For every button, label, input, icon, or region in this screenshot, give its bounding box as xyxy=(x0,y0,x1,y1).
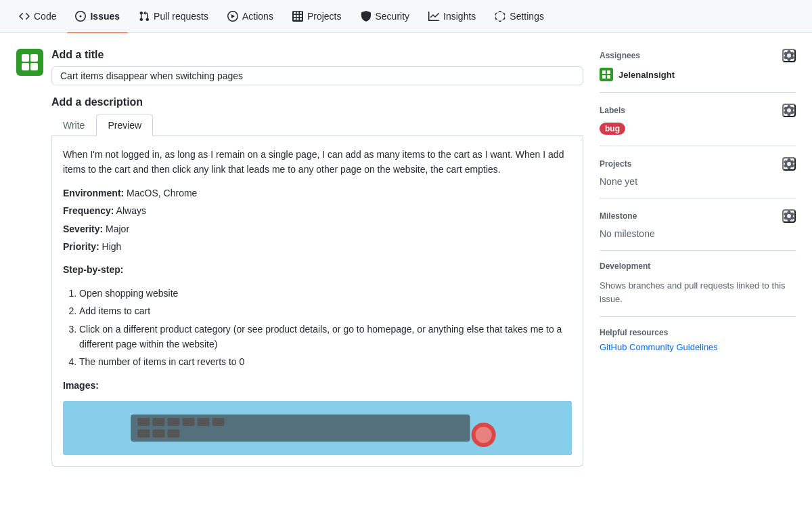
security-icon xyxy=(361,11,371,22)
left-column: Add a title Add a description Write Prev… xyxy=(16,49,583,467)
nav-item-projects[interactable]: Projects xyxy=(284,5,350,27)
settings-nav-icon xyxy=(495,11,505,22)
milestone-gear-button[interactable] xyxy=(782,209,796,223)
steps-section: Step-by-step: Open shopping website Add … xyxy=(63,262,572,369)
meta-severity: Severity: Major xyxy=(63,221,572,236)
nav-item-settings[interactable]: Settings xyxy=(487,5,552,27)
priority-value: High xyxy=(99,241,122,252)
issue-title-label: Add a title xyxy=(51,49,583,61)
issue-header: Add a title xyxy=(16,49,583,85)
environment-value: MacOS, Chrome xyxy=(124,188,197,198)
svg-rect-8 xyxy=(167,418,179,426)
milestone-title: Milestone xyxy=(600,211,637,221)
meta-frequency: Frequency: Always xyxy=(63,203,572,218)
svg-rect-6 xyxy=(137,418,150,426)
projects-gear-icon xyxy=(784,158,794,169)
description-label: Add a description xyxy=(51,96,583,108)
meta-block: Environment: MacOS, Chrome Frequency: Al… xyxy=(63,186,572,255)
severity-label: Severity: xyxy=(63,224,103,234)
helpful-section: Helpful resources GitHub Community Guide… xyxy=(600,317,796,363)
projects-gear-button[interactable] xyxy=(782,157,796,171)
milestone-gear-icon xyxy=(784,211,794,221)
preview-content: When I'm not logged in, as long as I rem… xyxy=(51,136,583,467)
frequency-label: Frequency: xyxy=(63,205,114,216)
top-nav: Code Issues Pull requests Actions xyxy=(0,0,812,33)
bug-label-badge: bug xyxy=(600,123,625,135)
development-title: Development xyxy=(600,261,650,271)
svg-rect-2 xyxy=(22,63,29,70)
priority-label: Priority: xyxy=(63,241,99,252)
avatar-logo xyxy=(20,53,39,72)
assignees-gear-button[interactable] xyxy=(782,49,796,62)
nav-item-insights[interactable]: Insights xyxy=(420,5,484,27)
tab-write[interactable]: Write xyxy=(51,114,96,136)
issues-icon xyxy=(75,11,86,22)
development-text: Shows branches and pull requests linked … xyxy=(600,279,796,305)
development-header: Development xyxy=(600,261,796,274)
assignees-header: Assignees xyxy=(600,49,796,62)
projects-section: Projects None yet xyxy=(600,146,796,198)
nav-label-projects: Projects xyxy=(307,11,342,22)
step-4: The number of items in cart reverts to 0 xyxy=(79,354,572,369)
pull-request-icon xyxy=(139,11,150,22)
assignees-title: Assignees xyxy=(600,51,640,60)
helpful-title: Helpful resources xyxy=(600,328,796,337)
environment-label: Environment: xyxy=(63,188,124,198)
svg-rect-7 xyxy=(152,418,164,426)
milestone-section: Milestone No milestone xyxy=(600,198,796,251)
issue-title-input[interactable] xyxy=(51,66,583,85)
description-section: Add a description Write Preview When I'm… xyxy=(51,96,583,467)
nav-item-issues[interactable]: Issues xyxy=(67,5,128,27)
labels-gear-button[interactable] xyxy=(782,104,796,117)
svg-rect-18 xyxy=(607,70,610,74)
nav-item-security[interactable]: Security xyxy=(353,5,418,27)
labels-section: Labels bug xyxy=(600,93,796,146)
nav-label-issues: Issues xyxy=(90,11,120,22)
gear-icon xyxy=(784,50,794,61)
steps-list: Open shopping website Add items to cart … xyxy=(63,286,572,370)
insights-icon xyxy=(428,11,439,22)
main-content: Add a title Add a description Write Prev… xyxy=(0,33,812,483)
svg-rect-17 xyxy=(602,70,606,74)
projects-value: None yet xyxy=(600,176,637,187)
assignee-avatar xyxy=(600,68,613,81)
milestone-header: Milestone xyxy=(600,209,796,223)
image-svg xyxy=(63,401,572,455)
nav-label-settings: Settings xyxy=(510,11,544,22)
svg-rect-3 xyxy=(30,63,38,70)
assignee-name: JelenaInsight xyxy=(618,70,675,80)
assignees-section: Assignees JelenaInsight xyxy=(600,49,796,93)
svg-rect-10 xyxy=(198,418,210,426)
svg-rect-11 xyxy=(212,418,225,426)
nav-item-actions[interactable]: Actions xyxy=(219,5,281,27)
step-3: Click on a different product category (o… xyxy=(79,322,572,352)
helpful-link[interactable]: GitHub Community Guidelines xyxy=(600,342,718,352)
svg-rect-0 xyxy=(22,54,29,62)
svg-rect-1 xyxy=(30,54,38,62)
step-2: Add items to cart xyxy=(79,303,572,318)
severity-value: Major xyxy=(103,224,129,234)
step-1: Open shopping website xyxy=(79,286,572,301)
nav-label-code: Code xyxy=(34,11,56,22)
actions-icon xyxy=(227,11,238,22)
svg-rect-12 xyxy=(137,429,150,438)
svg-rect-5 xyxy=(131,415,470,442)
avatar xyxy=(16,49,43,76)
nav-item-code[interactable]: Code xyxy=(11,5,64,27)
assignee-avatar-logo xyxy=(602,70,611,79)
projects-title: Projects xyxy=(600,159,631,169)
title-section: Add a title xyxy=(51,49,583,85)
meta-environment: Environment: MacOS, Chrome xyxy=(63,186,572,200)
labels-header: Labels xyxy=(600,104,796,117)
assignee-item: JelenaInsight xyxy=(600,68,796,81)
nav-label-security: Security xyxy=(376,11,410,22)
projects-header: Projects xyxy=(600,157,796,171)
tab-preview[interactable]: Preview xyxy=(96,114,153,136)
svg-rect-19 xyxy=(602,75,606,79)
projects-icon xyxy=(292,11,303,22)
svg-rect-13 xyxy=(152,429,164,438)
editor-tabs: Write Preview xyxy=(51,114,583,136)
steps-label: Step-by-step: xyxy=(63,264,123,275)
nav-item-pull-requests[interactable]: Pull requests xyxy=(131,5,217,27)
nav-label-insights: Insights xyxy=(443,11,476,22)
